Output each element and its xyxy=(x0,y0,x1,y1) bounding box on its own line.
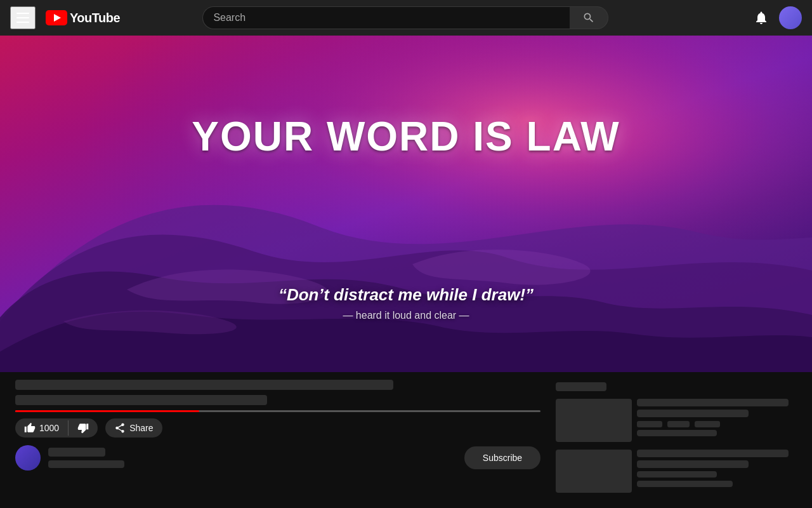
thumbnail-placeholder xyxy=(556,399,632,442)
menu-button[interactable] xyxy=(10,6,36,29)
video-info: 1000 Share xyxy=(15,380,540,500)
progress-fill xyxy=(15,410,199,412)
header: YouTube xyxy=(0,0,812,36)
meta-tag-3 xyxy=(695,421,720,427)
subscribe-label: Subscribe xyxy=(483,453,522,463)
suggested-item[interactable] xyxy=(556,450,797,493)
meta-title-1 xyxy=(637,399,789,406)
share-button[interactable]: Share xyxy=(105,418,162,438)
hero-quote: “Don’t distract me while I draw!” — hear… xyxy=(278,285,534,321)
search-input[interactable] xyxy=(202,6,570,29)
avatar[interactable] xyxy=(779,6,802,29)
title-bar xyxy=(15,380,540,405)
like-dislike-group: 1000 xyxy=(15,418,98,438)
title-skeleton-2 xyxy=(15,395,267,405)
sidebar xyxy=(556,380,797,500)
bell-icon[interactable] xyxy=(754,10,769,25)
meta-extra xyxy=(637,481,733,487)
hero-quote-text: “Don’t distract me while I draw!” xyxy=(278,285,534,305)
hero-dunes-svg xyxy=(0,36,812,372)
hero-video[interactable]: YOUR WORD IS LAW “Don’t distract me whil… xyxy=(0,36,812,372)
meta-title-1 xyxy=(637,450,789,457)
search-button[interactable] xyxy=(570,6,608,29)
suggested-item[interactable] xyxy=(556,399,797,442)
suggested-meta xyxy=(637,399,797,442)
share-label: Share xyxy=(129,423,153,433)
thumbnail-placeholder xyxy=(556,450,632,493)
channel-row: Subscribe xyxy=(15,445,540,471)
meta-title-2 xyxy=(637,460,749,468)
thumbs-up-icon xyxy=(24,422,36,434)
channel-subs-skeleton xyxy=(48,460,124,468)
logo-text: YouTube xyxy=(70,11,120,25)
meta-sub xyxy=(637,471,717,478)
action-bar: 1000 Share xyxy=(15,418,540,438)
video-progress-bar[interactable] xyxy=(15,410,540,412)
header-right xyxy=(754,6,802,29)
share-icon xyxy=(114,422,126,434)
meta-sub xyxy=(637,430,717,436)
youtube-icon xyxy=(46,10,67,25)
title-skeleton-1 xyxy=(15,380,393,390)
search-icon xyxy=(582,11,595,24)
notification-bell-svg xyxy=(754,10,769,25)
meta-tag-1 xyxy=(637,421,662,427)
channel-name-skeleton xyxy=(48,448,105,457)
youtube-logo[interactable]: YouTube xyxy=(46,10,120,25)
dislike-button[interactable] xyxy=(69,418,98,438)
hero-quote-sub: — heard it loud and clear — xyxy=(278,310,534,321)
channel-info xyxy=(48,448,457,468)
channel-avatar[interactable] xyxy=(15,445,41,471)
subscribe-button[interactable]: Subscribe xyxy=(464,446,540,469)
search-container xyxy=(202,6,608,29)
like-button[interactable]: 1000 xyxy=(15,418,68,438)
meta-tag-2 xyxy=(667,421,690,427)
suggested-meta xyxy=(637,450,797,493)
below-video: 1000 Share xyxy=(0,372,812,500)
thumbs-down-icon xyxy=(77,422,89,434)
hero-title: YOUR WORD IS LAW xyxy=(192,113,620,160)
sidebar-label-skeleton xyxy=(556,382,606,391)
like-count: 1000 xyxy=(39,423,59,433)
meta-title-2 xyxy=(637,410,749,417)
